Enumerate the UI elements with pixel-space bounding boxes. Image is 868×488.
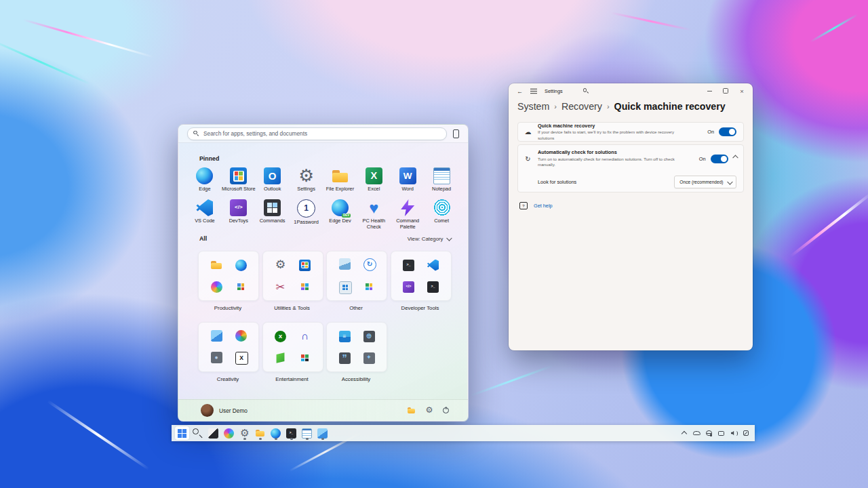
microsoft-store-icon — [230, 167, 247, 184]
app-label: File Explorer — [326, 186, 354, 192]
office-cluster-icon — [235, 281, 247, 293]
taskbar-photos-button[interactable] — [315, 426, 330, 440]
app-label: Comet — [434, 218, 449, 224]
vs-code-icon — [427, 260, 439, 271]
taskbar-task-view-button[interactable] — [206, 426, 220, 440]
pinned-app-comet[interactable]: Comet — [425, 199, 458, 230]
maximize-button[interactable] — [717, 83, 734, 98]
get-help-link[interactable]: ? Get help — [519, 202, 744, 209]
taskbar-file-explorer-button[interactable] — [253, 426, 267, 440]
outlook-icon: O — [264, 167, 281, 184]
toggle-state-label: On — [699, 156, 706, 162]
pinned-app-commands[interactable]: Commands — [256, 199, 290, 230]
menu-icon[interactable] — [530, 91, 537, 92]
pinned-heading: Pinned — [199, 155, 219, 162]
taskbar-center-icons: ⚙>_ — [175, 426, 330, 440]
sync-icon: ↻ — [518, 155, 538, 163]
pen-input-icon[interactable] — [742, 429, 749, 437]
user-profile[interactable]: User Demo — [201, 404, 248, 417]
taskbar-notepad-button[interactable] — [300, 426, 314, 440]
app-label: Command Palette — [391, 218, 425, 230]
user-name: User Demo — [219, 407, 248, 414]
pinned-app-vs-code[interactable]: VS Code — [188, 199, 222, 230]
mobile-device-icon[interactable] — [453, 129, 459, 138]
pinned-app-file-explorer[interactable]: File Explorer — [323, 167, 357, 192]
taskbar-search-button[interactable] — [191, 426, 205, 440]
folders-button[interactable] — [407, 406, 416, 415]
breadcrumb-system[interactable]: System — [517, 101, 549, 112]
category-card-developer-tools[interactable]: >_</>>_ — [391, 251, 452, 301]
taskbar-start-button[interactable] — [175, 426, 189, 440]
start-menu: Search for apps, settings, and documents… — [178, 124, 469, 422]
look-for-solutions-label: Look for solutions — [538, 179, 674, 185]
auto-check-toggle[interactable] — [711, 155, 728, 163]
sign-language-icon: ✦ — [363, 352, 375, 364]
category-card-utilities-tools[interactable]: ⚙✂ — [262, 251, 323, 301]
taskbar-settings-button[interactable]: ⚙ — [237, 426, 252, 440]
wallpaper-streak — [611, 12, 691, 31]
search-input[interactable]: Search for apps, settings, and documents — [187, 127, 447, 140]
quick-machine-recovery-toggle[interactable] — [719, 127, 736, 136]
device-icon[interactable] — [717, 429, 725, 437]
settings-icon: ⚙ — [425, 407, 433, 415]
window-app-icon — [339, 281, 352, 294]
category-card-entertainment[interactable]: x∩ — [262, 322, 323, 372]
settings-button[interactable]: ⚙ — [425, 407, 433, 415]
toggle-state-label: On — [707, 129, 714, 135]
setting-description: Turn on to automatically check for remed… — [538, 157, 686, 168]
minimize-button[interactable] — [701, 83, 717, 98]
auto-check-card: ↻ Automatically check for solutions Turn… — [518, 145, 743, 172]
category-card-accessibility[interactable]: ≡⊕”✦ — [326, 322, 387, 372]
pinned-app-outlook[interactable]: OOutlook — [256, 167, 290, 192]
settings-search-icon[interactable] — [583, 88, 589, 94]
app-categories-grid: Productivity⚙✂Utilities & Tools↻Other>_<… — [198, 251, 454, 382]
category-developer-tools: >_</>>_Developer Tools — [391, 251, 455, 311]
settings-icon: ⚙ — [298, 167, 315, 184]
network-icon[interactable] — [705, 429, 713, 437]
category-card-other[interactable]: ↻ — [326, 251, 387, 301]
back-button[interactable]: ← — [517, 88, 523, 95]
desktop: Search for apps, settings, and documents… — [0, 0, 868, 488]
tray-chevron-up-icon[interactable] — [681, 429, 688, 437]
category-productivity: Productivity — [198, 251, 262, 311]
app-label: Outlook — [264, 186, 281, 192]
photos-icon — [211, 330, 222, 342]
task-view-icon — [208, 428, 218, 439]
volume-icon[interactable] — [730, 429, 737, 437]
pinned-app-settings[interactable]: ⚙Settings — [290, 167, 323, 192]
taskbar-edge-button[interactable] — [269, 426, 283, 440]
start-menu-footer: User Demo ⚙ — [178, 399, 468, 421]
wallpaper-streak — [470, 365, 553, 396]
pinned-app-1password[interactable]: 11Password — [290, 199, 323, 230]
settings-icon: ⚙ — [275, 260, 286, 271]
look-for-solutions-dropdown[interactable]: Once (recommended) — [674, 176, 736, 188]
breadcrumb-recovery[interactable]: Recovery — [561, 101, 602, 112]
pinned-apps-grid: EdgeMicrosoft StoreOOutlook⚙SettingsFile… — [188, 167, 458, 230]
pinned-app-pc-health-check[interactable]: ♥PC Health Check — [357, 199, 391, 230]
view-category-dropdown[interactable]: View: Category — [408, 236, 450, 242]
pinned-app-word[interactable]: WWord — [391, 167, 425, 192]
live-captions-icon: ≡ — [339, 331, 351, 342]
taskbar-terminal-button[interactable]: >_ — [284, 426, 298, 440]
onedrive-icon[interactable] — [693, 429, 701, 437]
category-card-creativity[interactable]: ●X — [198, 322, 259, 372]
settings-window: ← Settings × System›Recovery›Quick machi… — [509, 83, 753, 350]
close-button[interactable]: × — [734, 83, 750, 98]
chevron-down-icon — [727, 179, 732, 184]
chevron-up-icon[interactable] — [732, 155, 738, 161]
category-card-productivity[interactable] — [198, 251, 259, 301]
copilot-icon — [224, 428, 234, 439]
taskbar-copilot-button[interactable] — [222, 426, 236, 440]
pinned-app-edge-dev[interactable]: DEVEdge Dev — [323, 199, 357, 230]
wallpaper-streak — [810, 14, 859, 43]
pinned-app-notepad[interactable]: Notepad — [425, 167, 458, 192]
pinned-app-microsoft-store[interactable]: Microsoft Store — [222, 167, 256, 192]
pinned-app-command-palette[interactable]: Command Palette — [391, 199, 425, 230]
breadcrumb: System›Recovery›Quick machine recovery — [517, 101, 726, 112]
power-button[interactable] — [443, 407, 449, 413]
pinned-app-edge[interactable]: Edge — [188, 167, 222, 192]
pinned-app-excel[interactable]: XExcel — [357, 167, 391, 192]
category-other: ↻Other — [326, 251, 391, 311]
pinned-app-devtoys[interactable]: </>DevToys — [222, 199, 256, 230]
photo-editor-icon — [339, 258, 351, 270]
